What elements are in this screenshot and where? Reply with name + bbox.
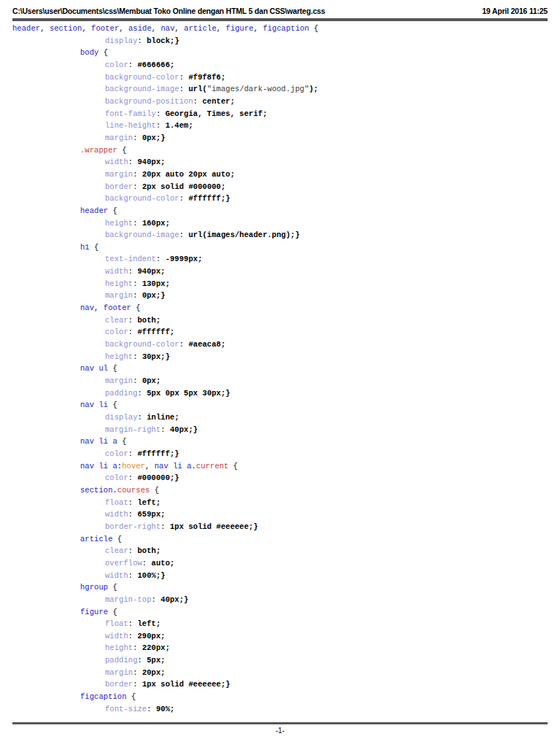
code-token-val: 0px;	[142, 376, 160, 385]
code-line: background-color: #ffffff;}	[12, 193, 560, 205]
code-token-sel: nav	[161, 24, 175, 33]
code-token-pln: {	[108, 206, 117, 215]
code-token-val: 1.4em;	[166, 121, 193, 130]
code-line: text-indent: -9999px;	[12, 253, 560, 266]
code-token-prop: background-image	[105, 85, 179, 93]
code-token-pln: :	[138, 36, 147, 45]
code-token-prop: display	[105, 413, 138, 422]
code-token-val: both;	[138, 316, 161, 325]
code-token-pln: ,	[175, 24, 184, 33]
code-token-pln: :	[142, 559, 152, 568]
code-line: h1 {	[12, 241, 560, 254]
code-line: float: left;	[12, 618, 560, 630]
code-token-val: 290px;	[138, 632, 166, 640]
code-token-val: 0px;}	[142, 291, 166, 300]
code-token-val: -9999px;	[166, 255, 203, 263]
css-code: header, section, footer, aside, nav, art…	[0, 21, 560, 715]
code-line: .wrapper {	[12, 144, 560, 157]
code-line: nav li {	[12, 399, 560, 411]
code-line: width: 290px;	[12, 630, 560, 643]
code-token-prop: color	[105, 61, 128, 69]
code-token-prop: background-image	[105, 231, 179, 239]
footer-rule	[12, 722, 548, 724]
code-line: float: left;	[12, 497, 560, 509]
code-token-val: 2px solid #000000;	[142, 182, 225, 191]
code-token-pln: :	[133, 668, 142, 677]
code-line: color: #000000;}	[12, 472, 560, 484]
code-token-pln: ,	[94, 303, 104, 312]
code-line: width: 940px;	[12, 156, 560, 169]
code-token-pln: {	[149, 486, 159, 495]
code-token-prop: width	[105, 158, 128, 166]
code-token-pln: {	[127, 692, 136, 701]
code-token-val: inline;	[147, 413, 179, 422]
code-token-cls: current	[196, 462, 229, 471]
code-token-prop: width	[105, 267, 128, 276]
code-line: background-color: #f9f8f6;	[12, 71, 560, 84]
code-token-prop: margin-right	[105, 425, 160, 434]
code-line: line-height: 1.4em;	[12, 120, 560, 132]
code-token-pln: ,	[40, 24, 50, 33]
code-token-sel: nav li a	[80, 437, 117, 446]
code-line: height: 30px;}	[12, 351, 560, 363]
code-token-pln: :	[128, 316, 138, 325]
code-token-pln: :	[179, 194, 189, 203]
code-token-sel: figure	[80, 608, 108, 616]
code-token-pln: :	[179, 73, 189, 82]
code-token-val: 0px;}	[142, 133, 166, 142]
code-token-val: 1px solid #eeeeee;}	[142, 680, 230, 689]
code-line: header {	[12, 205, 560, 217]
code-token-prop: margin	[105, 291, 133, 300]
code-token-pln: {	[309, 24, 319, 33]
code-token-val: 40px;}	[170, 425, 198, 434]
code-token-pln: {	[108, 583, 117, 592]
code-token-prop: float	[105, 619, 128, 628]
code-token-val: url(images/header.png);}	[188, 231, 300, 239]
code-token-cls: .wrapper	[80, 146, 117, 155]
code-token-val: #000000;}	[138, 473, 179, 482]
code-token-sel: nav li	[80, 400, 108, 409]
code-token-val: 40px;}	[160, 595, 188, 604]
code-token-pln: :	[128, 473, 138, 482]
code-line: height: 220px;	[12, 642, 560, 654]
code-line: width: 940px;	[12, 266, 560, 278]
code-token-prop: text-indent	[105, 255, 156, 263]
code-token-sel: footer	[91, 24, 119, 33]
code-token-prop: width	[105, 632, 128, 640]
code-token-prop: border	[105, 680, 133, 689]
code-token-sel: article	[184, 24, 217, 33]
code-token-pln: ,	[145, 462, 155, 471]
code-line: margin-top: 40px;}	[12, 594, 560, 606]
code-token-pln: :	[133, 643, 142, 652]
code-token-val: );	[309, 85, 319, 93]
code-line: header, section, footer, aside, nav, art…	[12, 23, 560, 35]
print-footer: -1-	[0, 727, 560, 735]
code-token-val: 100%;}	[138, 571, 166, 580]
page-number: -1-	[276, 727, 284, 735]
code-token-pln: :	[128, 158, 138, 166]
code-line: width: 659px;	[12, 508, 560, 521]
code-line: nav, footer {	[12, 302, 560, 314]
code-token-pln: :	[133, 352, 142, 361]
code-token-pln: {	[108, 364, 117, 373]
code-line: padding: 5px;	[12, 654, 560, 667]
code-token-sel: footer	[104, 303, 131, 312]
code-token-prop: border	[105, 182, 133, 191]
code-token-pln: :	[138, 656, 147, 665]
code-token-prop: overflow	[105, 559, 142, 568]
code-token-val: auto;	[152, 559, 175, 568]
code-line: margin-right: 40px;}	[12, 424, 560, 436]
code-token-sel: h1	[80, 243, 90, 252]
code-token-prop: width	[105, 571, 128, 580]
code-token-sel: nav ul	[80, 364, 108, 373]
code-line: background-image: url("images/dark-wood.…	[12, 83, 560, 96]
code-token-val: 940px;	[138, 267, 166, 276]
code-line: clear: both;	[12, 545, 560, 557]
code-token-val: center;	[203, 97, 236, 106]
code-token-psd: hover	[122, 462, 145, 471]
print-header: C:\Users\user\Documents\css\Membuat Toko…	[0, 0, 560, 18]
code-token-sel: article	[80, 535, 113, 543]
code-token-pln: :	[133, 376, 142, 385]
code-token-pln: :	[179, 340, 189, 349]
file-path: C:\Users\user\Documents\css\Membuat Toko…	[12, 7, 325, 15]
